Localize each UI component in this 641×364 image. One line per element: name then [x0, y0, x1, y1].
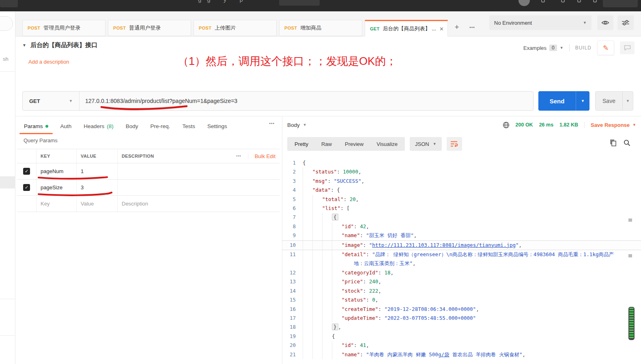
- tab-headers[interactable]: Headers(8): [78, 118, 119, 134]
- indent-guide: [312, 204, 322, 213]
- code-text: },: [332, 323, 623, 332]
- save-options-caret[interactable]: ▼: [622, 92, 633, 110]
- url-input[interactable]: 127.0.0.1:8083/admin/product/list?pageNu…: [80, 98, 533, 104]
- indent-guide: [332, 305, 342, 314]
- request-title-row: ▼ 后台的【商品列表】接口: [22, 41, 97, 49]
- code-token: ,: [366, 223, 369, 229]
- response-link[interactable]: /袋: [441, 351, 449, 358]
- value-cell[interactable]: 3: [77, 180, 118, 195]
- bulk-edit-link[interactable]: Bulk Edit: [248, 153, 275, 159]
- edit-button[interactable]: ✎: [597, 41, 614, 55]
- indent-guides: [303, 231, 342, 240]
- tab-settings[interactable]: Settings: [202, 118, 232, 134]
- scrollbar-marker: [628, 254, 632, 257]
- row-checkbox[interactable]: ✓: [23, 184, 30, 191]
- save-button[interactable]: Save: [596, 92, 622, 110]
- indent-guide: [312, 341, 322, 350]
- send-options-caret[interactable]: ▼: [576, 91, 589, 111]
- code-line: 13"price": 240,: [282, 277, 641, 286]
- indent-guide: [332, 277, 342, 286]
- method-dropdown[interactable]: GET ▼: [23, 92, 80, 110]
- environment-settings-button[interactable]: [617, 15, 634, 30]
- header-icon-4[interactable]: [593, 0, 597, 2]
- chevron-down-icon: ▼: [632, 123, 636, 127]
- tab-options-button[interactable]: •••: [466, 20, 479, 34]
- response-link[interactable]: http://111.231.103.117:8081/images/tiany…: [372, 242, 516, 248]
- key-cell[interactable]: pageSize: [37, 180, 77, 195]
- chevron-down-icon: ▼: [583, 21, 587, 25]
- response-body-dropdown[interactable]: Body ▼: [287, 122, 307, 128]
- tab-params[interactable]: Params: [19, 118, 54, 134]
- code-token: "id": [342, 342, 354, 348]
- examples-dropdown[interactable]: Examples 0 ▼: [523, 45, 564, 51]
- comment-button[interactable]: [620, 41, 635, 54]
- code-token: "甜玉米 切好 香甜": [366, 232, 414, 238]
- indent-guides: [303, 350, 342, 359]
- tab-pretty[interactable]: Pretty: [288, 141, 315, 147]
- request-tab[interactable]: POST普通用户登录: [108, 20, 191, 36]
- search-icon[interactable]: [624, 139, 630, 146]
- examples-count-badge: 0: [549, 45, 557, 51]
- chevron-down-icon: ▼: [69, 99, 73, 103]
- code-line: 6"list": [: [282, 204, 641, 213]
- tab-label: Pre-req.: [151, 123, 170, 129]
- indent-guides: [303, 204, 322, 213]
- indent-guide: [322, 332, 332, 341]
- wrap-text-icon: [450, 141, 458, 147]
- indent-guide: [303, 222, 312, 231]
- header-icon-1[interactable]: [541, 0, 545, 2]
- row-checkbox[interactable]: ✓: [23, 168, 30, 175]
- description-input[interactable]: Description: [118, 196, 280, 212]
- tab-label: Headers: [84, 123, 104, 129]
- indent-guide: [322, 350, 332, 359]
- indent-guide: [303, 186, 312, 195]
- code-text: "total": 20,: [322, 195, 623, 204]
- tab-prereq[interactable]: Pre-req.: [145, 118, 176, 134]
- collapse-caret-icon[interactable]: ▼: [22, 43, 26, 47]
- request-config-pane: ParamsAuthHeaders(8)BodyPre-req.TestsSet…: [15, 116, 282, 364]
- line-number: 18: [282, 323, 303, 332]
- environment-quick-look-button[interactable]: [597, 15, 613, 30]
- value-cell[interactable]: 1: [77, 163, 118, 179]
- code-token: ,: [476, 306, 479, 312]
- header-icon-3[interactable]: [577, 0, 581, 2]
- tab-preview[interactable]: Preview: [338, 141, 370, 147]
- description-cell[interactable]: [118, 163, 280, 179]
- add-description-link[interactable]: Add a description: [28, 59, 69, 65]
- tab-raw[interactable]: Raw: [315, 141, 338, 147]
- value-input[interactable]: Value: [77, 196, 118, 212]
- code-token: :: [337, 169, 343, 175]
- close-icon[interactable]: ✕: [439, 26, 444, 32]
- scrollbar-thumb[interactable]: [628, 307, 635, 340]
- wrap-lines-button[interactable]: [447, 137, 462, 151]
- line-number: 13: [282, 277, 303, 286]
- request-tab[interactable]: GET后台的【商品列表】 ...✕: [365, 20, 448, 36]
- description-cell[interactable]: [118, 180, 280, 195]
- tab-tests[interactable]: Tests: [177, 118, 200, 134]
- environment-selector[interactable]: No Environment ▼: [489, 15, 592, 30]
- code-token: ,: [338, 324, 342, 330]
- line-number: 21: [282, 350, 303, 359]
- header-icon-2[interactable]: [561, 0, 565, 2]
- copy-icon[interactable]: [610, 139, 617, 146]
- tab-visualize[interactable]: Visualize: [370, 141, 404, 147]
- params-more-button[interactable]: •••: [236, 154, 241, 158]
- tab-body[interactable]: Body: [120, 118, 144, 134]
- tab-auth[interactable]: Auth: [55, 118, 77, 134]
- indent-guide: [322, 222, 332, 231]
- avatar[interactable]: [518, 0, 530, 6]
- request-tab[interactable]: POST上传图片: [194, 20, 277, 36]
- request-tab[interactable]: POST增加商品: [279, 20, 362, 36]
- key-input[interactable]: Key: [37, 196, 77, 212]
- indent-guide: [322, 277, 332, 286]
- new-tab-button[interactable]: +: [450, 20, 463, 34]
- send-button[interactable]: Send: [538, 91, 576, 111]
- request-tab[interactable]: POST管理员用户登录: [22, 20, 105, 36]
- request-tabs-more-button[interactable]: •••: [269, 121, 275, 126]
- query-params-title: Query Params: [24, 137, 58, 143]
- request-tab-bar: POST管理员用户登录POST普通用户登录POST上传图片POST增加商品GET…: [15, 11, 641, 36]
- format-dropdown[interactable]: JSON ▼: [410, 137, 442, 151]
- indent-guides: [303, 277, 342, 286]
- key-cell[interactable]: pageNum: [37, 163, 77, 179]
- save-response-button[interactable]: Save Response ▼: [584, 122, 636, 128]
